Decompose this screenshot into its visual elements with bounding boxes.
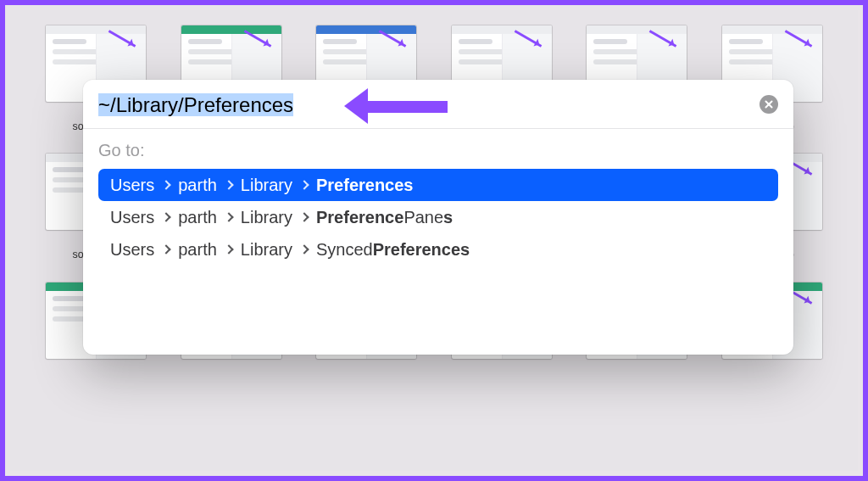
chevron-right-icon <box>299 212 309 221</box>
goto-suggestion[interactable]: UsersparthLibraryPreferencePanes <box>98 201 778 233</box>
chevron-right-icon <box>162 180 171 189</box>
chevron-right-icon <box>224 180 233 189</box>
chevron-right-icon <box>162 212 171 221</box>
path-input[interactable]: ~/Library/Preferences <box>98 92 760 117</box>
window-border: h some...pgto add ...hat 7.jph some...pg… <box>0 0 868 481</box>
dialog-input-bar: ~/Library/Preferences <box>83 80 793 129</box>
chevron-right-icon <box>299 244 309 254</box>
goto-suggestion[interactable]: UsersparthLibraryPreferences <box>98 169 778 201</box>
goto-label: Go to: <box>98 141 778 160</box>
chevron-right-icon <box>224 244 233 254</box>
goto-suggestion[interactable]: UsersparthLibrarySyncedPreferences <box>98 233 778 266</box>
chevron-right-icon <box>224 212 233 221</box>
chevron-right-icon <box>299 180 309 189</box>
chevron-right-icon <box>162 244 171 254</box>
clear-button[interactable] <box>760 95 778 114</box>
go-to-folder-dialog: ~/Library/Preferences Go to: UsersparthL… <box>83 80 793 355</box>
